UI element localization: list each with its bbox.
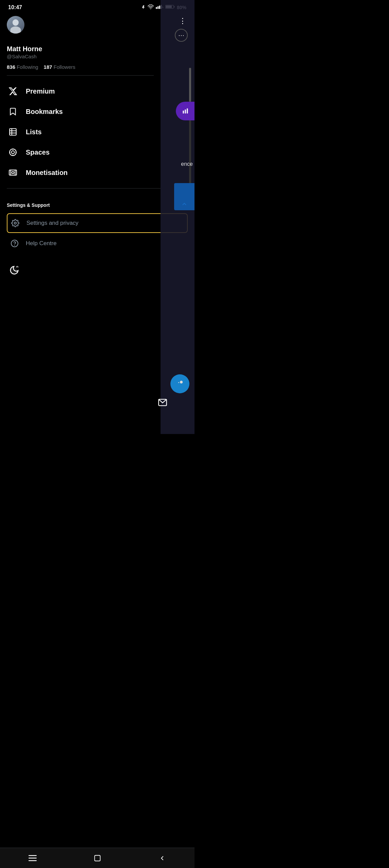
partial-text: ence — [181, 161, 193, 167]
bluetooth-icon — [141, 4, 146, 11]
premium-label: Premium — [26, 87, 55, 95]
help-icon — [10, 239, 19, 248]
svg-line-32 — [18, 267, 18, 267]
avatar[interactable] — [7, 16, 24, 34]
followers-count[interactable]: 187 Followers — [44, 64, 75, 70]
wifi-icon — [148, 4, 154, 10]
mail-icon-area[interactable] — [158, 398, 167, 409]
svg-line-31 — [16, 267, 17, 267]
fab-button[interactable] — [170, 374, 189, 393]
svg-rect-2 — [156, 7, 157, 9]
user-handle: @SalvaCash — [7, 54, 188, 59]
svg-point-17 — [10, 149, 16, 156]
svg-rect-23 — [9, 170, 17, 175]
avatar-image — [7, 16, 24, 34]
svg-rect-13 — [10, 129, 16, 135]
monetisation-icon — [8, 168, 18, 177]
monetisation-label: Monetisation — [26, 169, 68, 177]
svg-point-18 — [12, 151, 15, 154]
bookmarks-label: Bookmarks — [26, 108, 63, 116]
svg-point-0 — [178, 382, 179, 383]
following-number: 836 — [7, 64, 15, 70]
help-centre-label: Help Centre — [26, 240, 57, 247]
svg-point-1 — [150, 8, 151, 9]
svg-rect-11 — [185, 110, 186, 114]
following-label: Following — [17, 64, 38, 70]
followers-label: Followers — [54, 64, 75, 70]
scrollbar-thumb[interactable] — [189, 68, 191, 102]
blue-box-partial — [174, 183, 194, 210]
night-mode-button[interactable] — [7, 263, 22, 278]
spaces-label: Spaces — [26, 149, 50, 156]
bookmark-icon — [8, 107, 18, 116]
spaces-icon — [8, 147, 18, 157]
header-right: ⋮ ⋯ — [175, 16, 188, 42]
purple-widget[interactable] — [176, 102, 194, 120]
profile-more-button[interactable]: ⋯ — [175, 29, 188, 42]
settings-privacy-label: Settings and privacy — [26, 220, 78, 226]
svg-point-27 — [14, 222, 16, 224]
x-logo-icon — [8, 86, 18, 96]
status-time: 10:47 — [8, 4, 22, 11]
lists-label: Lists — [26, 128, 42, 136]
svg-point-24 — [12, 172, 14, 174]
svg-rect-12 — [187, 108, 188, 113]
more-options-button[interactable]: ⋮ — [178, 16, 188, 26]
lists-icon — [8, 127, 18, 137]
followers-number: 187 — [44, 64, 52, 70]
follow-stats: 836 Following 187 Followers — [7, 64, 188, 70]
user-display-name: Matt Horne — [7, 45, 188, 53]
svg-rect-4 — [159, 6, 160, 9]
header-divider — [7, 75, 154, 76]
svg-rect-3 — [158, 6, 159, 9]
settings-support-title: Settings & Support — [7, 202, 50, 208]
following-count[interactable]: 836 Following — [7, 64, 38, 70]
gear-icon — [11, 219, 20, 228]
nav-divider — [7, 188, 161, 189]
header-top: ⋮ ⋯ — [7, 16, 188, 42]
profile-header: ⋮ ⋯ Matt Horne @SalvaCash 836 Following … — [0, 13, 194, 70]
svg-rect-10 — [183, 111, 184, 113]
